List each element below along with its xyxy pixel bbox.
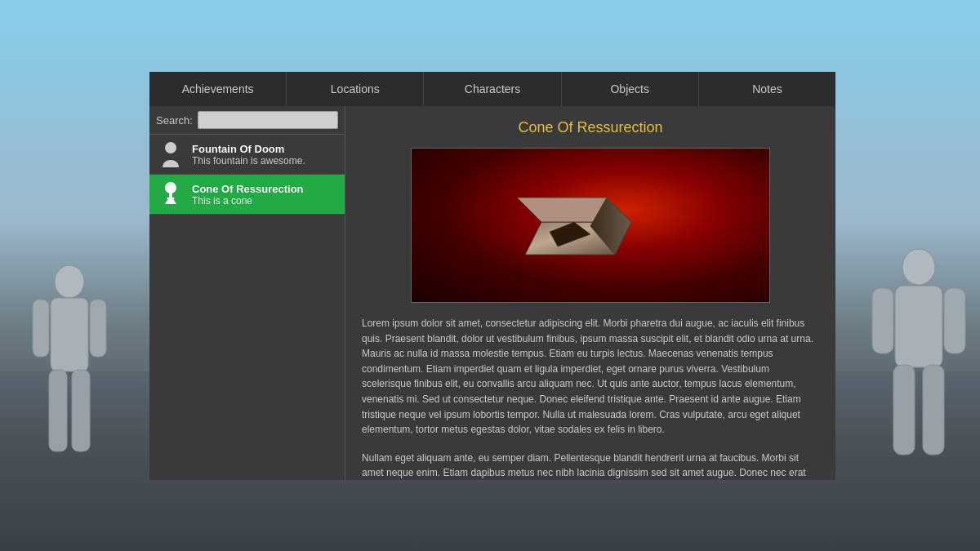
item-text-fountain: Fountain Of Doom This fountain is awesom… xyxy=(192,143,305,167)
tab-locations[interactable]: Locations xyxy=(287,72,424,106)
svg-rect-2 xyxy=(33,300,49,357)
svg-rect-10 xyxy=(893,365,915,455)
cone-shape-image xyxy=(509,173,672,279)
svg-rect-3 xyxy=(90,300,106,357)
figure-right xyxy=(866,241,972,486)
svg-point-0 xyxy=(55,265,84,298)
search-input[interactable] xyxy=(198,111,338,129)
figure-left xyxy=(24,257,114,486)
list-item-fountain[interactable]: Fountain Of Doom This fountain is awesom… xyxy=(149,135,345,175)
sidebar: Search: Fountain Of Doom This fountai xyxy=(149,106,345,480)
tab-characters[interactable]: Characters xyxy=(424,72,561,106)
item-desc-cone: This is a cone xyxy=(192,195,304,207)
tab-objects[interactable]: Objects xyxy=(562,72,699,106)
list-item-cone[interactable]: Cone Of Ressurection This is a cone xyxy=(149,175,345,215)
panel-body: Search: Fountain Of Doom This fountai xyxy=(149,106,835,480)
svg-point-12 xyxy=(165,142,176,153)
list-items: Fountain Of Doom This fountain is awesom… xyxy=(149,135,345,480)
svg-rect-1 xyxy=(51,298,88,371)
svg-point-6 xyxy=(902,249,935,285)
item-name-fountain: Fountain Of Doom xyxy=(192,143,305,155)
content-title: Cone Of Ressurection xyxy=(362,119,819,136)
content-paragraph1: Lorem ipsum dolor sit amet, consectetur … xyxy=(362,316,819,438)
main-panel: Achievements Locations Characters Object… xyxy=(149,72,835,480)
person-icon xyxy=(158,141,184,167)
svg-rect-9 xyxy=(944,288,965,353)
svg-rect-8 xyxy=(872,288,893,353)
download-icon xyxy=(158,181,184,207)
content-paragraph2: Nullam eget aliquam ante, eu semper diam… xyxy=(362,451,819,480)
svg-rect-4 xyxy=(49,370,67,451)
content-area: Cone Of Ressurection xyxy=(345,106,835,480)
svg-point-13 xyxy=(165,182,176,193)
item-text-cone: Cone Of Ressurection This is a cone xyxy=(192,183,304,207)
item-desc-fountain: This fountain is awesome. xyxy=(192,155,305,167)
svg-rect-5 xyxy=(72,370,90,451)
tab-notes[interactable]: Notes xyxy=(699,72,835,106)
content-image xyxy=(411,148,770,303)
search-label: Search: xyxy=(156,114,193,127)
tab-bar: Achievements Locations Characters Object… xyxy=(149,72,835,106)
item-name-cone: Cone Of Ressurection xyxy=(192,183,304,195)
svg-rect-11 xyxy=(923,365,944,455)
tab-achievements[interactable]: Achievements xyxy=(149,72,287,106)
svg-rect-7 xyxy=(895,286,942,367)
search-bar: Search: xyxy=(149,106,345,135)
